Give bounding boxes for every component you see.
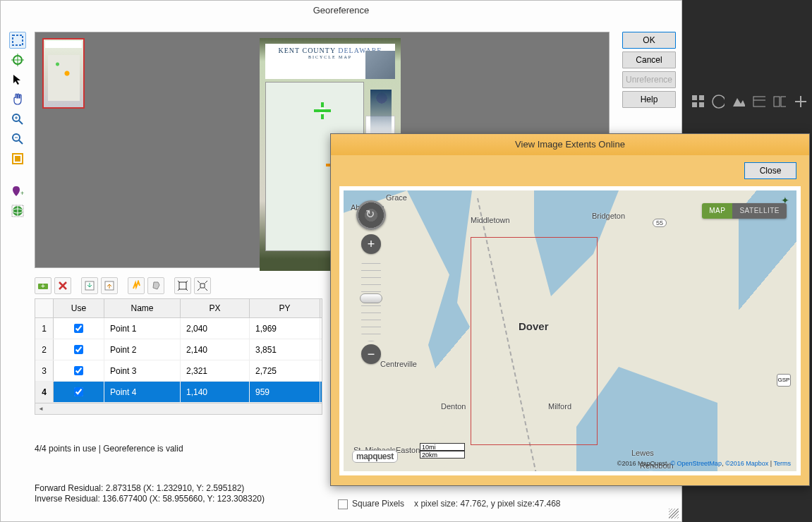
svg-line-9 [19,140,23,144]
header-px[interactable]: PX [181,299,250,317]
use-checkbox[interactable] [74,366,83,375]
row-number: 2 [35,339,54,360]
attr-copyright: ©2016 MapQuest, [617,460,671,467]
cell-name[interactable]: Point 4 [104,382,181,402]
city-label: Denton [441,402,466,411]
resize-grip-icon[interactable] [669,509,679,518]
city-label: Beach [648,470,670,471]
cell-use[interactable] [54,360,104,381]
cancel-button[interactable]: Cancel [622,51,676,68]
delete-row-button[interactable] [54,277,71,294]
tool-zoom-out[interactable] [9,130,26,147]
svg-text:+: + [20,190,24,197]
city-label-dover: Dover [519,320,549,332]
map-type-satellite[interactable]: SATELLITE [732,203,787,219]
table-icon [752,94,765,109]
popup-title: View Image Extents Online [331,134,809,155]
ok-button[interactable]: OK [622,32,676,49]
pixel-size-readout: x pixel size: 47.762, y pixel size:47.46… [414,499,560,509]
city-label: Bridgeton [592,212,625,220]
attr-terms-link[interactable]: Terms [774,460,792,467]
close-button[interactable]: Close [744,162,796,179]
cell-px[interactable]: 2,040 [181,318,250,339]
dialog-buttons: OK Cancel Unreference Help [622,32,676,108]
add-row-button[interactable]: + [35,277,51,294]
table-header: Use Name PX PY [35,299,322,318]
cell-py[interactable]: 1,969 [250,318,320,339]
cell-py[interactable]: 2,725 [250,360,320,381]
tool-pan[interactable] [9,91,26,108]
image-title-a: KENT COUNTY [279,47,339,54]
cell-px[interactable]: 2,140 [181,339,250,360]
tool-pointer[interactable] [9,71,26,88]
tool-view-online[interactable] [9,202,26,219]
use-checkbox[interactable] [74,324,83,333]
map-type-map[interactable]: MAP [702,203,732,219]
tool-extent[interactable] [9,32,26,49]
table-row[interactable]: 2Point 22,1403,851 [35,339,322,360]
cell-px[interactable]: 2,321 [181,360,250,381]
background-app-toolbar [685,87,812,116]
use-checkbox[interactable] [74,387,83,396]
zoom-thumb[interactable] [360,293,382,303]
square-pixels-checkbox[interactable]: Square Pixels [338,499,404,509]
residual-readout: Forward Residual: 2.873158 (X: 1.232910,… [35,483,265,504]
zoom-out-button[interactable]: − [361,344,381,364]
city-label: Lewes [631,449,654,457]
zoom-in-button[interactable]: + [361,234,381,254]
cell-use[interactable] [54,339,104,360]
header-use[interactable]: Use [54,299,104,317]
cell-use[interactable] [54,318,104,339]
forward-residual: Forward Residual: 2.873158 (X: 1.232910,… [35,483,265,494]
cell-px[interactable]: 1,140 [181,382,250,402]
header-py[interactable]: PY [250,299,320,317]
attr-mapbox-link[interactable]: ©2016 Mapbox [725,460,768,467]
attr-osm-link[interactable]: © OpenStreetMap [670,460,722,467]
cell-py[interactable]: 959 [250,382,320,402]
map-frame: Grace Aberdeen Middletown Bridgeton Dove… [339,186,801,475]
table-row[interactable]: 1Point 12,0401,969 [35,318,322,339]
table-hscroll[interactable] [35,403,322,414]
scale-km: 20km [420,451,465,459]
online-map[interactable]: Grace Aberdeen Middletown Bridgeton Dove… [344,190,796,471]
overview-thumbnail[interactable] [42,38,85,109]
export-button[interactable] [101,277,118,294]
map-compass-dial[interactable] [356,200,386,230]
city-label: Grace [386,193,407,202]
control-points-table: Use Name PX PY 1Point 12,0401,9692Point … [35,298,322,415]
scale-bar: 10mi 20km [420,443,465,459]
cell-use[interactable] [54,382,104,402]
cell-name[interactable]: Point 1 [104,318,181,339]
svg-rect-0 [13,35,23,45]
zoom-points-in-button[interactable] [174,277,191,294]
add-icon [793,94,806,109]
use-checkbox[interactable] [74,345,83,354]
tool-zoom-in[interactable] [9,111,26,128]
svg-rect-23 [200,284,205,288]
tool-add-point[interactable]: + [9,183,26,200]
tool-zoom-extent[interactable] [9,150,26,167]
unreference-button[interactable]: Unreference [622,71,676,88]
svg-rect-27 [699,102,704,107]
help-button[interactable]: Help [622,91,676,108]
cell-py[interactable]: 3,851 [250,339,320,360]
table-row[interactable]: 3Point 32,3212,725 [35,360,322,382]
map-nav-controls: + − [356,200,384,364]
table-row[interactable]: 4Point 41,140959 [35,382,322,403]
mapquest-logo: mapquest [352,451,398,461]
settings-button[interactable] [147,277,164,294]
zoom-points-out-button[interactable] [194,277,211,294]
zoom-slider[interactable] [361,257,381,341]
control-point-marker[interactable] [314,102,331,119]
import-button[interactable] [81,277,98,294]
cell-name[interactable]: Point 2 [104,339,181,360]
header-name[interactable]: Name [104,299,181,317]
tree-icon: ✦ [781,195,789,206]
image-photo-strip [365,51,395,79]
cell-name[interactable]: Point 3 [104,360,181,381]
tool-target[interactable] [9,51,26,68]
terrain-icon [732,94,745,109]
auto-button[interactable] [128,277,145,294]
scale-mi: 10mi [420,443,465,451]
route-shield: 55 [653,219,667,227]
